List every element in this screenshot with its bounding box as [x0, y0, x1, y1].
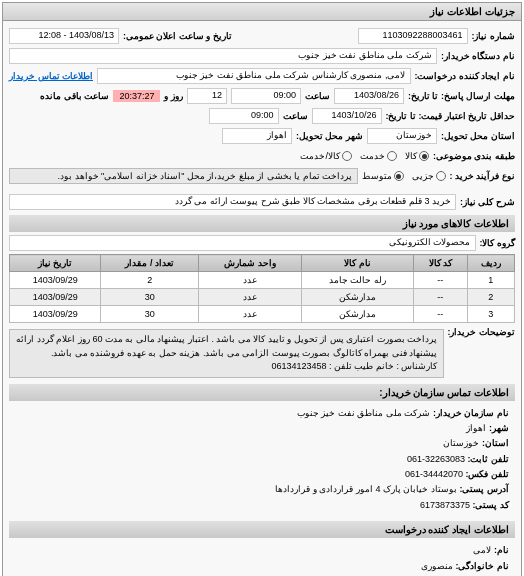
- validity-time-field: 09:00: [209, 108, 279, 124]
- table-row: 3--مدارشکنعدد301403/09/29: [10, 306, 515, 323]
- radio-goods[interactable]: کالا: [405, 151, 429, 161]
- public-datetime-field: 1403/08/13 - 12:08: [9, 28, 119, 44]
- panel-body: شماره نیاز: 1103092288003461 تاریخ و ساع…: [3, 21, 521, 576]
- row-location: استان محل تحویل: خوزستان شهر محل تحویل: …: [9, 127, 515, 145]
- time-label-2: ساعت: [283, 111, 308, 121]
- radio-medium[interactable]: متوسط: [362, 171, 404, 181]
- cr-family-label: نام خانوادگی:: [456, 561, 510, 571]
- days-remain-field: 12: [187, 88, 227, 104]
- deadline-time-field: 09:00: [231, 88, 301, 104]
- row-deadline: مهلت ارسال پاسخ: تا تاریخ: 1403/08/26 سا…: [9, 87, 515, 105]
- c-org-label: نام سازمان خریدار:: [433, 408, 509, 418]
- table-cell: --: [414, 272, 468, 289]
- province-label: استان محل تحویل:: [441, 131, 515, 141]
- row-need-desc: شرح کلی نیاز: خرید 3 قلم قطعات برقی مشخص…: [9, 193, 515, 211]
- radio-icon: [436, 171, 446, 181]
- creator-section: نام: لامی نام خانوادگی: منصوری تلفن ثابت…: [9, 538, 515, 576]
- table-cell: 3: [467, 306, 514, 323]
- radio-icon: [387, 151, 397, 161]
- main-panel: جزئیات اطلاعات نیاز شماره نیاز: 11030922…: [2, 2, 522, 576]
- table-header-row: ردیف کد کالا نام کالا واحد شمارش تعداد /…: [10, 255, 515, 272]
- table-cell: 2: [101, 272, 198, 289]
- table-cell: عدد: [198, 289, 301, 306]
- radio-small-label: جزیی: [412, 171, 434, 181]
- table-row: 2--مدارشکنعدد301403/09/29: [10, 289, 515, 306]
- remain-label: ساعت باقی مانده: [40, 91, 109, 101]
- c-province-label: استان:: [482, 438, 509, 448]
- requester-label: نام ایجاد کننده درخواست:: [415, 71, 516, 81]
- requester-field: لامی, منصوری کارشناس شرکت ملی مناطق نفت …: [97, 68, 410, 84]
- table-cell: 1403/09/29: [10, 272, 101, 289]
- radio-goods-service[interactable]: کالا/خدمت: [300, 151, 352, 161]
- th-unit: واحد شمارش: [198, 255, 301, 272]
- time-label-1: ساعت: [305, 91, 330, 101]
- table-cell: --: [414, 289, 468, 306]
- table-cell: مدارشکن: [301, 306, 413, 323]
- category-label: طبقه بندی موضوعی:: [433, 151, 515, 161]
- process-note: پرداخت تمام یا بخشی از مبلغ خرید،از محل …: [9, 168, 358, 184]
- cr-family-value: منصوری: [421, 561, 453, 571]
- contact-postal: کد پستی: 6173873375: [15, 498, 509, 512]
- row-request-no: شماره نیاز: 1103092288003461 تاریخ و ساع…: [9, 27, 515, 45]
- public-datetime-label: تاریخ و ساعت اعلان عمومی:: [123, 31, 232, 41]
- contact-section: نام سازمان خریدار: شرکت ملی مناطق نفت خی…: [9, 401, 515, 518]
- goods-section-title: اطلاعات کالاهای مورد نیاز: [9, 215, 515, 232]
- buyer-org-label: نام دستگاه خریدار:: [441, 51, 515, 61]
- c-address-label: آدرس پستی:: [460, 484, 510, 494]
- radio-service[interactable]: خدمت: [360, 151, 397, 161]
- c-phone-value: 32263083-061: [407, 454, 465, 464]
- process-label: نوع فرآیند خرید :: [450, 171, 516, 181]
- buyer-notes-label: توضیحات خریدار:: [448, 327, 516, 337]
- th-qty: تعداد / مقدار: [101, 255, 198, 272]
- table-row: 1--رله حالت جامدعدد21403/09/29: [10, 272, 515, 289]
- days-label: روز و: [164, 91, 183, 101]
- table-cell: عدد: [198, 306, 301, 323]
- th-code: کد کالا: [414, 255, 468, 272]
- validity-label: حداقل تاریخ اعتبار قیمت: تا تاریخ:: [386, 111, 516, 121]
- deadline-date-field: 1403/08/26: [334, 88, 404, 104]
- c-address-value: بوستاد خیابان پارک 4 امور قراردادی و قرا…: [275, 484, 457, 494]
- th-name: نام کالا: [301, 255, 413, 272]
- table-cell: عدد: [198, 272, 301, 289]
- buyer-notes-field: پرداخت بصورت اعتباری پس از تحویل و تایید…: [9, 329, 444, 378]
- process-radio-group: جزیی متوسط: [362, 171, 446, 181]
- category-radio-group: کالا خدمت کالا/خدمت: [300, 151, 429, 161]
- th-date: تاریخ نیاز: [10, 255, 101, 272]
- row-process: نوع فرآیند خرید : جزیی متوسط پرداخت تمام…: [9, 167, 515, 185]
- contact-org: نام سازمان خریدار: شرکت ملی مناطق نفت خی…: [15, 406, 509, 420]
- table-cell: 30: [101, 306, 198, 323]
- buyer-contact-link[interactable]: اطلاعات تماس خریدار: [9, 71, 93, 81]
- request-no-label: شماره نیاز:: [472, 31, 516, 41]
- c-postal-label: کد پستی:: [473, 500, 510, 510]
- radio-icon: [419, 151, 429, 161]
- countdown-field: 20:37:27: [113, 90, 160, 102]
- need-desc-field: خرید 3 قلم قطعات برقی مشخصات کالا طبق شر…: [9, 194, 456, 210]
- row-validity: حداقل تاریخ اعتبار قیمت: تا تاریخ: 1403/…: [9, 107, 515, 125]
- contact-city: شهر: اهواز: [15, 421, 509, 435]
- deadline-label: مهلت ارسال پاسخ: تا تاریخ:: [408, 91, 515, 101]
- panel-title: جزئیات اطلاعات نیاز: [3, 3, 521, 21]
- row-category: طبقه بندی موضوعی: کالا خدمت کالا/خدمت: [9, 147, 515, 165]
- th-row: ردیف: [467, 255, 514, 272]
- province-field: خوزستان: [367, 128, 437, 144]
- c-org-value: شرکت ملی مناطق نفت خیز جنوب: [297, 408, 431, 418]
- goods-group-field: محصولات الکترونیکی: [9, 235, 476, 251]
- radio-icon: [394, 171, 404, 181]
- row-requester: نام ایجاد کننده درخواست: لامی, منصوری کا…: [9, 67, 515, 85]
- validity-date-field: 1403/10/26: [312, 108, 382, 124]
- goods-table: ردیف کد کالا نام کالا واحد شمارش تعداد /…: [9, 254, 515, 323]
- need-desc-label: شرح کلی نیاز:: [460, 197, 515, 207]
- table-cell: رله حالت جامد: [301, 272, 413, 289]
- creator-family: نام خانوادگی: منصوری: [15, 559, 509, 573]
- contact-fax: تلفن فکس: 34442070-061: [15, 467, 509, 481]
- buyer-org-field: شرکت ملی مناطق نفت خیز جنوب: [9, 48, 437, 64]
- request-no-field: 1103092288003461: [358, 28, 468, 44]
- table-cell: 30: [101, 289, 198, 306]
- table-cell: 1403/09/29: [10, 289, 101, 306]
- row-buyer-org: نام دستگاه خریدار: شرکت ملی مناطق نفت خی…: [9, 47, 515, 65]
- row-goods-group: گروه کالا: محصولات الکترونیکی: [9, 234, 515, 252]
- goods-group-label: گروه کالا:: [480, 238, 516, 248]
- radio-small[interactable]: جزیی: [412, 171, 446, 181]
- row-buyer-notes: توضیحات خریدار: پرداخت بصورت اعتباری پس …: [9, 327, 515, 380]
- radio-goods-label: کالا: [405, 151, 417, 161]
